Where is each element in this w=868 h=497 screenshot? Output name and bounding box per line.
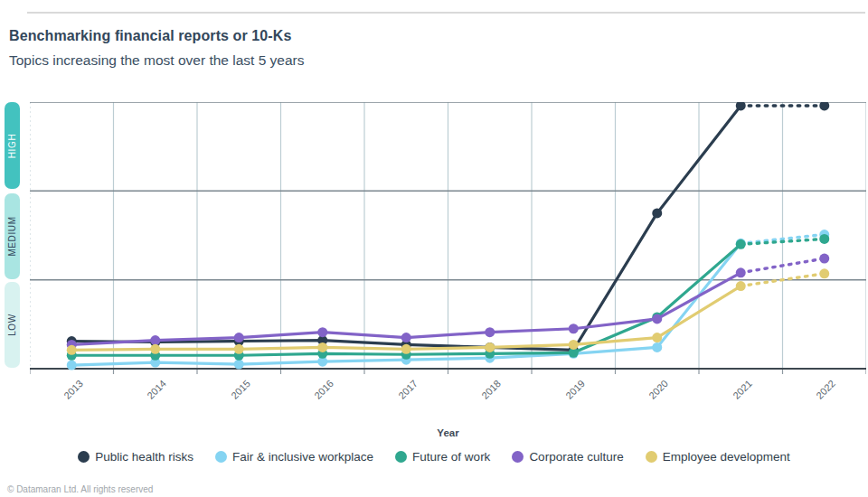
data-point[interactable]	[736, 267, 746, 277]
legend-color-dot-icon	[78, 451, 90, 463]
x-axis-title: Year	[30, 427, 866, 438]
copyright-footer: © Datamaran Ltd. All rights reserved	[7, 484, 153, 494]
data-point[interactable]	[234, 360, 244, 370]
y-band-low: LOW	[5, 282, 20, 368]
legend-item[interactable]: Employee development	[646, 450, 790, 464]
x-tick-label: 2013	[61, 378, 85, 401]
data-point[interactable]	[485, 327, 495, 337]
x-tick-label: 2019	[563, 378, 587, 401]
data-point[interactable]	[317, 342, 327, 352]
x-tick-label: 2020	[646, 378, 670, 401]
y-band-label: HIGH	[7, 133, 17, 157]
line-chart-plot-area	[30, 102, 866, 375]
data-point[interactable]	[736, 239, 746, 249]
data-point[interactable]	[652, 208, 662, 218]
legend-label: Public health risks	[95, 450, 193, 464]
data-point[interactable]	[819, 234, 829, 244]
legend-item[interactable]: Future of work	[395, 450, 490, 464]
data-point[interactable]	[652, 314, 662, 324]
data-point[interactable]	[569, 340, 579, 350]
data-point[interactable]	[234, 344, 244, 354]
data-point[interactable]	[150, 344, 160, 354]
y-band-label: LOW	[7, 314, 17, 336]
x-tick-label: 2018	[479, 378, 503, 401]
data-point[interactable]	[485, 342, 495, 352]
legend-color-dot-icon	[646, 451, 657, 463]
page-subtitle: Topics increasing the most over the last…	[9, 52, 305, 69]
data-point[interactable]	[401, 333, 411, 342]
data-point[interactable]	[317, 327, 327, 337]
x-tick-label: 2014	[145, 378, 168, 401]
y-band-medium: MEDIUM	[5, 193, 20, 279]
x-tick-label: 2022	[814, 378, 837, 401]
legend-label: Corporate culture	[529, 450, 623, 464]
legend-color-dot-icon	[215, 451, 227, 463]
data-point[interactable]	[234, 333, 244, 342]
data-point[interactable]	[652, 333, 662, 342]
data-point[interactable]	[569, 324, 579, 333]
data-point[interactable]	[67, 361, 77, 370]
legend-label: Employee development	[663, 450, 790, 464]
x-tick-label: 2021	[731, 378, 754, 401]
legend-label: Future of work	[412, 450, 490, 464]
data-point[interactable]	[736, 281, 746, 291]
legend-item[interactable]: Corporate culture	[512, 450, 623, 464]
series-line	[71, 106, 741, 350]
legend-color-dot-icon	[512, 451, 524, 463]
y-band-high: HIGH	[5, 102, 20, 189]
data-point[interactable]	[150, 335, 160, 345]
data-point[interactable]	[819, 268, 829, 278]
legend-item[interactable]: Public health risks	[78, 450, 193, 464]
x-tick-label: 2017	[396, 378, 420, 401]
data-point[interactable]	[67, 345, 77, 355]
legend-item[interactable]: Fair & inclusive workplace	[215, 450, 373, 464]
data-point[interactable]	[401, 344, 411, 354]
legend-label: Fair & inclusive workplace	[232, 450, 373, 464]
top-divider	[27, 12, 865, 14]
chart-legend: Public health risksFair & inclusive work…	[5, 450, 863, 464]
page-title: Benchmarking financial reports or 10-Ks	[9, 28, 291, 44]
data-point[interactable]	[652, 342, 662, 352]
legend-color-dot-icon	[395, 451, 407, 463]
data-point[interactable]	[819, 254, 829, 264]
data-point[interactable]	[819, 102, 829, 110]
x-tick-label: 2015	[229, 378, 252, 401]
y-band-label: MEDIUM	[7, 216, 17, 256]
x-tick-label: 2016	[312, 378, 335, 401]
